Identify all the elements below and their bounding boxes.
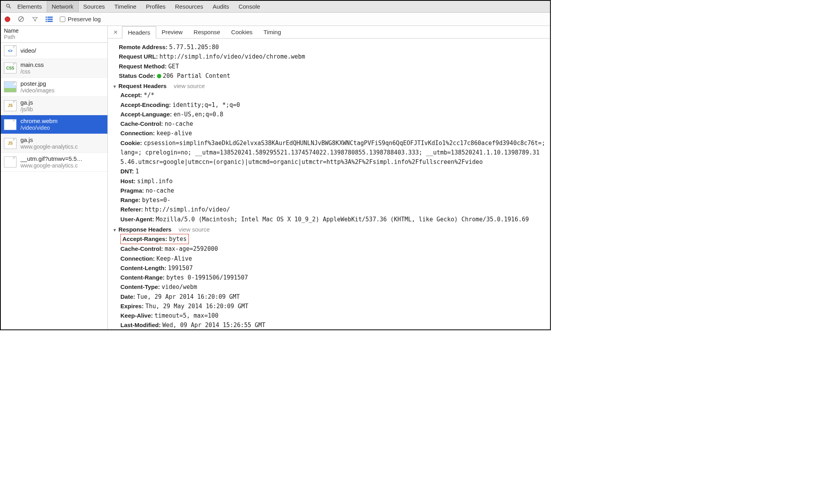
header-value: en-US,en;q=0.8	[174, 111, 223, 118]
file-name: __utm.gif?utmwv=5.5…	[20, 155, 83, 162]
list-item[interactable]: <>video/	[1, 43, 107, 59]
detail-tab-preview[interactable]: Preview	[156, 26, 188, 38]
header-value: */*	[144, 92, 154, 99]
header-value: http://simpl.info/video/	[145, 206, 230, 213]
header-value: Tue, 29 Apr 2014 16:20:09 GMT	[137, 293, 240, 300]
header-row: Accept-Ranges: bytes	[120, 234, 545, 244]
header-key: Content-Type:	[120, 283, 160, 290]
header-key: Range:	[120, 197, 140, 203]
header-row: Cache-Control: max-age=2592000	[120, 244, 545, 254]
header-key: Date:	[120, 293, 135, 300]
header-key: Cache-Control:	[120, 245, 163, 252]
request-headers-section[interactable]: ▼Request Headers view source	[113, 81, 545, 90]
list-item[interactable]: __utm.gif?utmwv=5.5…www.google-analytics…	[1, 153, 107, 172]
chevron-down-icon: ▼	[113, 228, 117, 232]
header-row: Referer: http://simpl.info/video/	[120, 205, 545, 214]
file-path: /video/images	[20, 87, 54, 94]
header-key: Accept:	[120, 92, 142, 98]
detail-tab-cookies[interactable]: Cookies	[226, 26, 258, 38]
header-value: Wed, 09 Apr 2014 15:26:55 GMT	[162, 322, 266, 329]
request-headers-title: Request Headers	[118, 83, 167, 89]
header-row: Accept: */*	[120, 90, 545, 100]
svg-line-1	[9, 7, 11, 8]
top-tab-timeline[interactable]: Timeline	[110, 1, 141, 12]
header-value: Mozilla/5.0 (Macintosh; Intel Mac OS X 1…	[156, 216, 529, 223]
top-tab-sources[interactable]: Sources	[79, 1, 110, 12]
list-item[interactable]: chrome.webm/video/video	[1, 115, 107, 134]
file-name: poster.jpg	[20, 80, 54, 87]
list-item[interactable]: CSSmain.css/css	[1, 59, 107, 78]
header-key: Last-Modified:	[120, 322, 161, 328]
clear-icon[interactable]	[17, 16, 24, 23]
html-file-icon: <>	[4, 45, 17, 56]
header-value: cpsession=simplinf%3aeDkLdG2elvxaS38KAur…	[120, 140, 545, 166]
svg-rect-7	[48, 18, 53, 20]
request-method-value: GET	[168, 63, 179, 70]
top-tab-elements[interactable]: Elements	[13, 1, 47, 12]
header-row: Cookie: cpsession=simplinf%3aeDkLdG2elvx…	[120, 138, 545, 167]
header-row: Range: bytes=0-	[120, 195, 545, 205]
top-tab-audits[interactable]: Audits	[208, 1, 234, 12]
header-value: keep-alive	[157, 130, 192, 137]
header-value: bytes	[169, 235, 186, 243]
header-row: Date: Tue, 29 Apr 2014 16:20:09 GMT	[120, 292, 545, 302]
list-item[interactable]: poster.jpg/video/images	[1, 78, 107, 97]
preserve-log-checkbox[interactable]	[60, 17, 65, 22]
network-toolbar: Preserve log	[1, 13, 550, 26]
top-tab-network[interactable]: Network	[47, 1, 79, 12]
header-row: Cache-Control: no-cache	[120, 119, 545, 129]
css-file-icon: CSS	[4, 63, 17, 74]
header-row: DNT: 1	[120, 167, 545, 176]
header-key: Keep-Alive:	[120, 312, 153, 319]
file-path: /video/video	[20, 125, 57, 131]
file-name: chrome.webm	[20, 118, 57, 125]
record-button[interactable]	[5, 17, 10, 22]
list-view-icon[interactable]	[46, 16, 53, 23]
remote-address-label: Remote Address:	[119, 44, 168, 50]
request-list-panel: Name Path <>video/CSSmain.css/cssposter.…	[1, 26, 108, 329]
file-name: ga.js	[20, 136, 78, 143]
header-row: Content-Range: bytes 0-1991506/1991507	[120, 273, 545, 282]
header-row: Pragma: no-cache	[120, 186, 545, 195]
js-file-icon: JS	[4, 100, 17, 111]
status-dot-icon	[157, 74, 161, 78]
header-row: Last-Modified: Wed, 09 Apr 2014 15:26:55…	[120, 320, 545, 329]
top-tab-console[interactable]: Console	[234, 1, 265, 12]
filter-icon[interactable]	[31, 16, 39, 23]
preserve-log-label: Preserve log	[68, 16, 101, 22]
file-path: /css	[20, 68, 44, 75]
header-key: Cache-Control:	[120, 120, 163, 127]
detail-tab-headers[interactable]: Headers	[122, 26, 156, 39]
top-tab-resources[interactable]: Resources	[170, 1, 208, 12]
header-value: no-cache	[165, 120, 193, 127]
close-icon[interactable]: ✕	[109, 29, 122, 35]
header-value: max-age=2592000	[165, 245, 218, 252]
svg-rect-6	[46, 18, 47, 20]
status-code-label: Status Code:	[119, 72, 155, 79]
file-name: main.css	[20, 61, 44, 68]
header-row: Keep-Alive: timeout=5, max=100	[120, 311, 545, 320]
header-value: bytes=0-	[142, 197, 170, 204]
header-row: Connection: Keep-Alive	[120, 254, 545, 263]
detail-tab-timing[interactable]: Timing	[258, 26, 286, 38]
list-item[interactable]: JSga.js/js/lib	[1, 97, 107, 116]
header-key: Referer:	[120, 206, 143, 213]
file-path: /js/lib	[20, 106, 33, 113]
file-path: www.google-analytics.c	[20, 162, 83, 169]
header-key: Accept-Encoding:	[120, 101, 171, 108]
detail-tabs: ✕ HeadersPreviewResponseCookiesTiming	[108, 26, 550, 39]
header-value: bytes 0-1991506/1991507	[166, 274, 248, 281]
view-source-link[interactable]: view source	[174, 81, 205, 90]
top-tab-profiles[interactable]: Profiles	[141, 1, 170, 12]
search-icon[interactable]	[4, 3, 13, 10]
file-path: www.google-analytics.c	[20, 143, 78, 150]
view-source-link[interactable]: view source	[179, 225, 210, 234]
preserve-log-toggle[interactable]: Preserve log	[60, 16, 101, 22]
detail-tab-response[interactable]: Response	[188, 26, 226, 38]
header-row: Accept-Language: en-US,en;q=0.8	[120, 110, 545, 119]
media-file-icon	[4, 156, 17, 167]
header-value: identity;q=1, *;q=0	[173, 101, 240, 109]
list-item[interactable]: JSga.jswww.google-analytics.c	[1, 134, 107, 153]
request-method-label: Request Method:	[119, 63, 167, 70]
response-headers-section[interactable]: ▼Response Headers view source	[113, 225, 545, 234]
